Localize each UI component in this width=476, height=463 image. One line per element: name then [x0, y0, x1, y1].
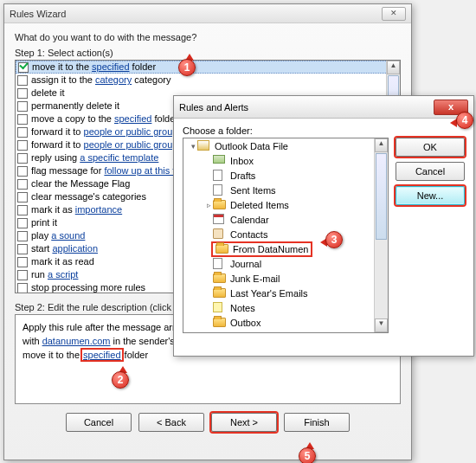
action-link[interactable]: people or public group: [84, 126, 178, 137]
tree-item[interactable]: ▹Deleted Items: [183, 197, 388, 212]
tree-item[interactable]: Outbox: [183, 315, 388, 330]
close-icon[interactable]: ✕: [382, 7, 406, 21]
action-link[interactable]: people or public group: [84, 139, 178, 150]
tree-item[interactable]: Last Year's Emails: [183, 286, 388, 300]
action-checkbox[interactable]: [17, 153, 28, 164]
folder-icon: [213, 273, 227, 285]
action-checkbox[interactable]: [17, 179, 28, 190]
scroll-up-icon[interactable]: ▲: [387, 61, 400, 74]
scroll-thumb[interactable]: [376, 153, 387, 240]
action-checkbox[interactable]: [17, 114, 28, 125]
tree-item-label: Outbox: [230, 318, 261, 328]
expand-icon[interactable]: ▾: [189, 142, 197, 151]
folder-icon: [213, 170, 227, 182]
folder-icon: [197, 140, 211, 152]
action-link[interactable]: specified: [114, 113, 151, 124]
folder-icon: [213, 228, 227, 241]
tree-item[interactable]: Journal: [183, 256, 388, 271]
cancel-button[interactable]: Cancel: [396, 162, 465, 181]
tree-item-label: Deleted Items: [230, 200, 289, 210]
wizard-title: Rules Wizard: [10, 9, 66, 19]
action-checkbox[interactable]: [17, 283, 28, 293]
choose-folder-label: Choose a folder:: [183, 125, 389, 136]
tree-item-label: Outlook Data File: [215, 141, 288, 151]
tree-item[interactable]: Sent Items: [183, 183, 388, 197]
action-text: clear the Message Flag: [31, 178, 130, 190]
action-text: move it to the specified folder: [32, 61, 156, 73]
action-checkbox[interactable]: [17, 231, 28, 241]
tree-item-label: Sent Items: [230, 185, 276, 196]
action-link[interactable]: application: [52, 243, 98, 254]
action-checkbox[interactable]: [17, 140, 28, 151]
tree-item[interactable]: Contacts: [183, 227, 388, 241]
tree-item[interactable]: ▾Outlook Data File: [183, 138, 388, 153]
tree-item[interactable]: Junk E-mail: [183, 271, 388, 286]
folder-tree[interactable]: ▾Outlook Data FileInboxDraftsSent Items▹…: [183, 138, 389, 333]
action-text: forward it to people or public group: [31, 126, 177, 138]
tree-item-label: Contacts: [230, 229, 267, 240]
next-button[interactable]: Next >: [211, 413, 277, 432]
ok-button[interactable]: OK: [396, 138, 465, 157]
action-checkbox[interactable]: [17, 192, 28, 203]
action-text: reply using a specific template: [31, 152, 158, 164]
action-text: run a script: [31, 269, 78, 280]
cancel-button[interactable]: Cancel: [66, 413, 132, 432]
annotation-marker-4: 4: [456, 112, 473, 129]
action-link[interactable]: importance: [75, 204, 122, 215]
scroll-down-icon[interactable]: ▼: [375, 318, 388, 332]
specified-folder-link[interactable]: specified: [82, 350, 121, 360]
action-link[interactable]: a script: [48, 269, 78, 280]
expand-icon[interactable]: ▹: [204, 201, 213, 209]
action-checkbox[interactable]: [17, 127, 28, 138]
folder-icon: [213, 155, 227, 167]
annotation-marker-3: 3: [325, 231, 343, 248]
action-row[interactable]: assign it to the category category: [16, 74, 400, 87]
tree-item[interactable]: Drafts: [183, 168, 388, 183]
tree-item-label: Drafts: [230, 170, 255, 181]
action-checkbox[interactable]: [18, 62, 29, 73]
tree-item-label: Calendar: [230, 215, 269, 225]
tree-item[interactable]: Notes: [183, 300, 388, 315]
action-checkbox[interactable]: [17, 166, 28, 177]
action-checkbox[interactable]: [17, 101, 28, 112]
tree-item[interactable]: Calendar: [183, 212, 388, 227]
tree-item-label: Junk E-mail: [230, 273, 280, 284]
action-checkbox[interactable]: [17, 244, 28, 254]
scrollbar-vertical[interactable]: ▲ ▼: [374, 138, 388, 332]
action-text: start application: [31, 243, 98, 254]
action-checkbox[interactable]: [17, 218, 28, 228]
tree-item[interactable]: Inbox: [183, 153, 388, 168]
tree-item-label: Journal: [230, 259, 261, 269]
back-button[interactable]: < Back: [138, 413, 204, 432]
action-checkbox[interactable]: [17, 205, 28, 215]
action-checkbox[interactable]: [17, 270, 28, 280]
action-checkbox[interactable]: [17, 75, 28, 86]
sender-link[interactable]: datanumen.com: [42, 336, 111, 346]
action-text: permanently delete it: [31, 100, 119, 112]
new-button[interactable]: New...: [396, 186, 465, 205]
action-link[interactable]: specified: [92, 61, 129, 72]
folder-icon: [213, 302, 227, 314]
wizard-button-row: Cancel < Back Next > Finish: [15, 413, 401, 432]
action-text: stop processing more rules: [31, 282, 145, 293]
action-checkbox[interactable]: [17, 257, 28, 267]
folder-icon: [213, 317, 227, 329]
action-text: clear message's categories: [31, 191, 146, 203]
action-text: mark it as read: [31, 256, 94, 267]
action-link[interactable]: a specific template: [80, 152, 158, 163]
finish-button[interactable]: Finish: [284, 413, 350, 432]
action-checkbox[interactable]: [17, 88, 28, 99]
tree-item[interactable]: From DataNumen: [183, 241, 388, 256]
dialog-title: Rules and Alerts: [179, 102, 248, 113]
action-link[interactable]: category: [95, 74, 132, 85]
action-link[interactable]: a sound: [51, 230, 85, 241]
folder-icon: [213, 214, 227, 226]
folder-icon: [213, 184, 227, 196]
action-row[interactable]: move it to the specified folder: [16, 61, 400, 74]
annotation-marker-1: 1: [178, 59, 196, 76]
wizard-titlebar: Rules Wizard ✕: [4, 4, 411, 23]
action-text: play a sound: [31, 230, 85, 241]
action-text: delete it: [31, 87, 65, 99]
annotation-marker-5: 5: [299, 447, 316, 463]
scroll-up-icon[interactable]: ▲: [375, 138, 388, 152]
